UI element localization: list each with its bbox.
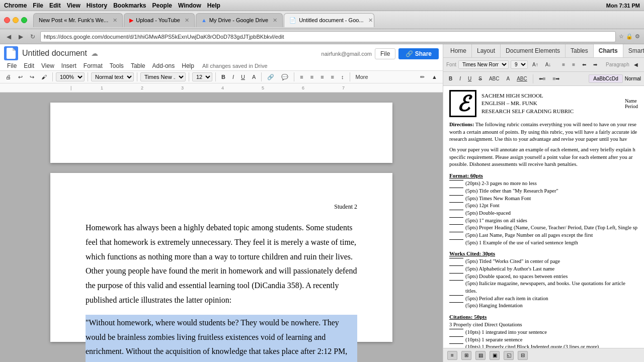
document-page[interactable]: Student 2 Homework has always been a hig… bbox=[50, 173, 392, 342]
forward-button[interactable]: ▶ bbox=[16, 32, 25, 41]
rp-shrink-btn[interactable]: A↓ bbox=[543, 61, 554, 68]
score-blank[interactable] bbox=[449, 224, 463, 225]
print-button[interactable]: 🖨 bbox=[3, 73, 14, 81]
rp-nav-layout[interactable]: Layout bbox=[472, 44, 501, 57]
url-bar[interactable]: https://docs.google.com/document/d/1hhiG… bbox=[40, 31, 616, 42]
rp-indent-dec-btn[interactable]: ⬅≡ bbox=[536, 75, 548, 82]
tab-3-close[interactable]: ✕ bbox=[273, 17, 277, 24]
menu-insert[interactable]: Insert bbox=[58, 61, 79, 70]
close-window-button[interactable] bbox=[4, 17, 10, 23]
score-blank[interactable] bbox=[449, 239, 463, 240]
tab-1[interactable]: New Post « Mr. Funk's We... ✕ bbox=[33, 13, 123, 27]
menu-help[interactable]: Help bbox=[179, 61, 197, 70]
rp-strike-btn[interactable]: S bbox=[476, 75, 485, 82]
rp-view-btn-5[interactable]: ◱ bbox=[504, 351, 514, 360]
score-blank[interactable] bbox=[449, 329, 463, 329]
mac-menu-chrome[interactable]: Chrome bbox=[4, 2, 27, 9]
document-body[interactable]: Homework has always been a highly debate… bbox=[86, 221, 357, 362]
rp-nav-home[interactable]: Home bbox=[445, 44, 472, 57]
align-left-button[interactable]: ≡ bbox=[297, 73, 305, 81]
rp-font-select[interactable]: Times New Roman bbox=[458, 60, 509, 69]
minimize-window-button[interactable] bbox=[13, 17, 19, 23]
rp-size-select[interactable]: 9 bbox=[511, 60, 528, 69]
more-button[interactable]: More bbox=[353, 73, 371, 81]
rp-nav-tables[interactable]: Tables bbox=[566, 44, 594, 57]
comment-button[interactable]: 💬 bbox=[279, 73, 291, 81]
font-color-button[interactable]: A bbox=[250, 73, 258, 81]
link-button[interactable]: 🔗 bbox=[265, 73, 277, 81]
mac-menu-window[interactable]: Window bbox=[178, 2, 201, 9]
menu-tools[interactable]: Tools bbox=[107, 61, 127, 70]
score-blank[interactable] bbox=[449, 217, 463, 218]
score-blank[interactable] bbox=[449, 295, 463, 296]
rp-underline-btn[interactable]: U bbox=[465, 75, 474, 82]
zoom-select[interactable]: 100% bbox=[56, 72, 85, 81]
score-blank[interactable] bbox=[449, 265, 463, 266]
highlight-button[interactable]: ✏ bbox=[418, 73, 427, 81]
tab-1-close[interactable]: ✕ bbox=[113, 17, 117, 24]
extensions-icon[interactable]: ⚙ bbox=[635, 33, 640, 40]
document-canvas[interactable]: Student 2 Homework has always been a hig… bbox=[0, 93, 443, 362]
align-center-button[interactable]: ≡ bbox=[308, 73, 316, 81]
rp-char-style-btn[interactable]: A bbox=[504, 75, 512, 82]
rp-view-btn-4[interactable]: ▣ bbox=[490, 351, 500, 360]
rp-abc2-btn[interactable]: ABC bbox=[514, 75, 530, 82]
redo-button[interactable]: ↪ bbox=[27, 73, 37, 81]
style-select[interactable]: Normal text bbox=[91, 72, 134, 81]
tab-4[interactable]: 📄 Untitled document - Goo... ✕ bbox=[284, 13, 374, 27]
rp-num-list-btn[interactable]: ≡ bbox=[570, 61, 578, 68]
rp-nav-smartart[interactable]: SmartArt bbox=[623, 44, 644, 57]
mac-menu-view[interactable]: View bbox=[67, 2, 80, 9]
score-blank[interactable] bbox=[449, 302, 463, 303]
toggle-toolbar-button[interactable]: ▲ bbox=[429, 73, 440, 81]
menu-view[interactable]: View bbox=[38, 61, 57, 70]
font-size-select[interactable]: 12 bbox=[192, 72, 212, 81]
paint-format-button[interactable]: 🖌 bbox=[39, 73, 49, 81]
score-blank[interactable] bbox=[449, 280, 463, 281]
mac-menu-people[interactable]: People bbox=[152, 2, 172, 9]
menu-addons[interactable]: Add-ons bbox=[149, 61, 178, 70]
tab-2[interactable]: ▶ Upload - YouTube ✕ bbox=[124, 13, 195, 27]
rp-bold-btn[interactable]: B bbox=[446, 75, 455, 82]
menu-table[interactable]: Table bbox=[128, 61, 148, 70]
fullscreen-window-button[interactable] bbox=[21, 17, 27, 23]
rp-grow-btn[interactable]: A↑ bbox=[530, 61, 541, 68]
bookmark-icon[interactable]: ☆ bbox=[619, 33, 624, 40]
score-blank[interactable] bbox=[449, 232, 463, 232]
score-blank[interactable] bbox=[449, 210, 463, 210]
menu-file[interactable]: File bbox=[4, 61, 20, 70]
menu-edit[interactable]: Edit bbox=[21, 61, 37, 70]
underline-button[interactable]: U bbox=[238, 73, 248, 81]
comments-button[interactable]: File bbox=[375, 48, 395, 59]
rp-view-btn-6[interactable]: ⊟ bbox=[518, 351, 528, 360]
mac-menu-bookmarks[interactable]: Bookmarks bbox=[113, 2, 146, 9]
undo-button[interactable]: ↩ bbox=[16, 73, 25, 81]
score-blank[interactable] bbox=[449, 202, 463, 203]
mac-menu-edit[interactable]: Edit bbox=[49, 2, 61, 9]
tab-2-close[interactable]: ✕ bbox=[185, 17, 189, 24]
align-right-button[interactable]: ≡ bbox=[318, 73, 326, 81]
justify-button[interactable]: ≡ bbox=[329, 73, 337, 81]
mac-menu-help[interactable]: Help bbox=[207, 2, 220, 9]
italic-button[interactable]: I bbox=[230, 73, 236, 81]
rp-view-btn-2[interactable]: ⊞ bbox=[461, 351, 471, 360]
rp-italic-btn[interactable]: I bbox=[457, 75, 463, 82]
line-spacing-button[interactable]: ↕ bbox=[339, 73, 347, 81]
rp-view-btn-3[interactable]: ▤ bbox=[475, 351, 486, 360]
score-blank[interactable] bbox=[449, 258, 463, 258]
rp-align-left-btn[interactable]: ◀ bbox=[631, 61, 640, 68]
menu-format[interactable]: Format bbox=[80, 61, 106, 70]
score-blank[interactable] bbox=[449, 273, 463, 274]
rp-abc-btn[interactable]: ABC bbox=[487, 75, 502, 82]
rp-view-btn-1[interactable]: ≡ bbox=[447, 351, 457, 360]
tab-4-close[interactable]: ✕ bbox=[368, 17, 373, 24]
score-blank[interactable] bbox=[449, 188, 463, 188]
share-button[interactable]: 🔗 Share bbox=[398, 48, 439, 59]
tab-3[interactable]: ▲ My Drive - Google Drive ✕ bbox=[196, 13, 283, 27]
score-blank[interactable] bbox=[449, 336, 463, 337]
rp-nav-charts[interactable]: Charts bbox=[594, 44, 623, 57]
reload-button[interactable]: ↻ bbox=[28, 32, 37, 41]
score-blank[interactable] bbox=[449, 180, 463, 180]
rp-indent-inc-btn[interactable]: ≡➡ bbox=[550, 75, 562, 82]
rp-outdent-btn[interactable]: ⬅ bbox=[580, 61, 589, 68]
